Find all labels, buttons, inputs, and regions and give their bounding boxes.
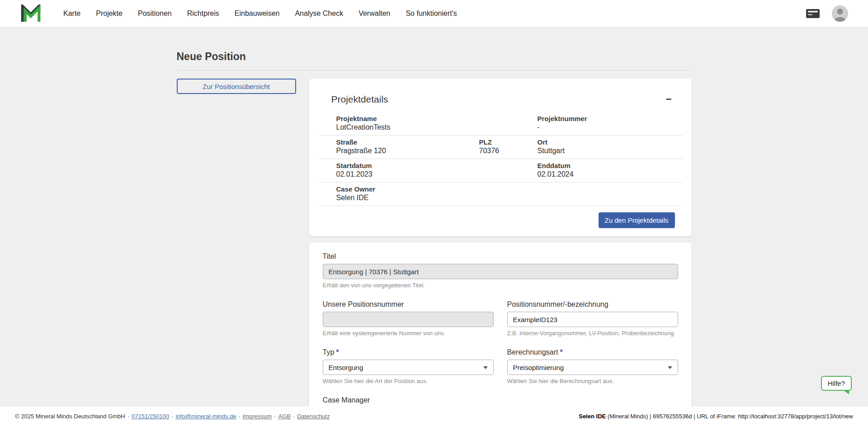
berechnungsart-select-value: Preisoptimierung (513, 364, 564, 371)
ort-cell: Ort Stuttgart (538, 138, 683, 155)
unsere-positionsnummer-helper: Erhält eine systemgenerierte Nummer von … (323, 330, 494, 337)
unsere-positionsnummer-input (323, 312, 494, 327)
zur-positionsuebersicht-button[interactable]: Zur Positionsübersicht (177, 79, 296, 94)
typ-select-value: Entsorgung (329, 364, 363, 371)
case-owner-value: Selen IDE (336, 194, 683, 202)
titel-input (323, 264, 678, 279)
nav-item-so-funktionierts[interactable]: So funktioniert's (406, 9, 457, 18)
chevron-down-icon (483, 366, 488, 369)
positionsnummer-helper: Z.B. Interne-Vorgangsnummer, LV-Position… (507, 330, 678, 337)
positionsnummer-label: Positionsnummer/-bezeichnung (507, 300, 678, 309)
startdatum-label: Startdatum (336, 162, 538, 169)
nav-item-verwalten[interactable]: Verwalten (359, 9, 390, 18)
nav-item-positionen[interactable]: Positionen (138, 9, 172, 18)
plz-value: 70376 (479, 147, 538, 155)
projektnummer-value: - (538, 123, 683, 131)
datenschutz-link[interactable]: Datenschutz (297, 413, 330, 420)
case-owner-label: Case Owner (336, 185, 683, 193)
projektname-label: Projektname (336, 115, 538, 122)
projektdetails-title: Projektdetails (331, 94, 388, 105)
impressum-link[interactable]: Impressum (243, 413, 272, 420)
agb-link[interactable]: AGB (278, 413, 290, 420)
separator: · (171, 413, 173, 420)
titel-label: Titel (323, 253, 678, 261)
footer: © 2025 Mineral Minds Deutschland GmbH · … (0, 407, 868, 426)
ort-label: Ort (538, 138, 683, 146)
case-owner-cell: Case Owner Selen IDE (336, 185, 683, 202)
separator: · (127, 413, 129, 420)
table-row: Straße Pragstraße 120 PLZ 70376 Ort Stut… (318, 136, 683, 159)
card-reader-icon[interactable] (806, 9, 820, 19)
footer-session-text: (Mineral Minds) | 69576255536d | URL of … (606, 413, 853, 420)
avatar-head (837, 9, 843, 14)
typ-helper: Wählen Sie hier die Art der Position aus… (323, 378, 494, 384)
projektnummer-label: Projektnummer (538, 115, 683, 122)
required-asterisk: * (336, 348, 339, 356)
collapse-minus-icon[interactable]: − (666, 94, 672, 104)
logo-icon (21, 5, 41, 23)
user-avatar-icon[interactable] (832, 5, 848, 22)
berechnungsart-helper: Wählen Sie hier die Berechnungsart aus. (507, 378, 678, 384)
projektnummer-cell: Projektnummer - (538, 115, 683, 131)
title-divider (177, 70, 692, 70)
separator: · (274, 413, 276, 420)
enddatum-value: 02.01.2024 (538, 170, 683, 178)
page-title: Neue Position (177, 51, 692, 63)
table-row: Projektname LotCreationTests Projektnumm… (318, 112, 683, 136)
zu-den-projektdetails-button[interactable]: Zu den Projektdetails (599, 212, 675, 228)
nav-item-karte[interactable]: Karte (63, 9, 80, 18)
nav-item-projekte[interactable]: Projekte (96, 9, 123, 18)
table-row: Case Owner Selen IDE (318, 183, 683, 206)
strasse-cell: Straße Pragstraße 120 (336, 138, 479, 155)
nav-item-richtpreis[interactable]: Richtpreis (187, 9, 219, 18)
berechnungsart-select[interactable]: Preisoptimierung (507, 360, 678, 375)
email-link[interactable]: info@mineral-minds.de (176, 413, 236, 420)
projektname-value: LotCreationTests (336, 123, 538, 131)
top-navigation-bar: Karte Projekte Positionen Richtpreis Ein… (0, 0, 868, 27)
required-asterisk: * (560, 348, 562, 356)
typ-group: Typ* Entsorgung Wählen Sie hier die Art … (323, 348, 494, 384)
separator: · (238, 413, 240, 420)
projektname-cell: Projektname LotCreationTests (336, 115, 538, 131)
main-nav: Karte Projekte Positionen Richtpreis Ein… (63, 9, 457, 18)
titel-group: Titel Erhält den von uns vorgegebenen Ti… (323, 253, 678, 289)
enddatum-label: Enddatum (538, 162, 683, 169)
plz-cell: PLZ 70376 (479, 138, 538, 155)
startdatum-cell: Startdatum 02.01.2023 (336, 162, 538, 178)
avatar-body (834, 17, 846, 22)
positionsnummer-input[interactable] (507, 312, 678, 327)
header-right-actions (806, 5, 848, 22)
ort-value: Stuttgart (538, 147, 683, 155)
unsere-positionsnummer-label: Unsere Positionsnummer (323, 300, 494, 309)
projektdetails-table: Projektname LotCreationTests Projektnumm… (318, 112, 683, 206)
phone-link[interactable]: 07151/250100 (132, 413, 169, 420)
positionsnummer-group: Positionsnummer/-bezeichnung Z.B. Intern… (507, 300, 678, 337)
enddatum-cell: Enddatum 02.01.2024 (538, 162, 683, 178)
table-row: Startdatum 02.01.2023 Enddatum 02.01.202… (318, 159, 683, 183)
nav-item-einbauweisen[interactable]: Einbauweisen (235, 9, 280, 18)
case-manager-label: Case Manager (323, 396, 678, 404)
chevron-down-icon (668, 366, 672, 369)
separator: · (293, 413, 295, 420)
typ-select[interactable]: Entsorgung (323, 360, 494, 375)
footer-left: © 2025 Mineral Minds Deutschland GmbH · … (15, 413, 330, 420)
mineral-minds-logo[interactable] (21, 5, 41, 23)
copyright-text: © 2025 Mineral Minds Deutschland GmbH (15, 413, 125, 420)
strasse-value: Pragstraße 120 (336, 147, 479, 155)
help-button[interactable]: Hilfe? (821, 376, 852, 391)
plz-label: PLZ (479, 138, 538, 146)
berechnungsart-label: Berechnungsart* (507, 348, 678, 356)
footer-session-info: Selen IDE (Mineral Minds) | 69576255536d… (579, 413, 853, 420)
typ-label: Typ* (323, 348, 494, 356)
nav-item-analyse-check[interactable]: Analyse Check (295, 9, 343, 18)
startdatum-value: 02.01.2023 (336, 170, 538, 178)
strasse-label: Straße (336, 138, 479, 146)
unsere-positionsnummer-group: Unsere Positionsnummer Erhält eine syste… (323, 300, 494, 337)
berechnungsart-group: Berechnungsart* Preisoptimierung Wählen … (507, 348, 678, 384)
position-form-card: Titel Erhält den von uns vorgegebenen Ti… (309, 243, 692, 426)
projektdetails-card: Projektdetails − Projektname LotCreation… (309, 79, 692, 236)
footer-user-name: Selen IDE (579, 413, 606, 420)
main-content: Neue Position Zur Positionsübersicht Pro… (0, 27, 868, 426)
titel-helper: Erhält den von uns vorgegebenen Titel. (323, 282, 678, 289)
